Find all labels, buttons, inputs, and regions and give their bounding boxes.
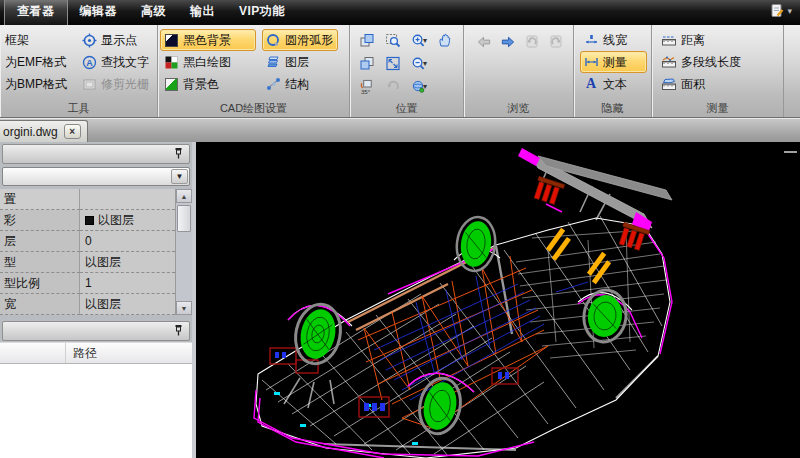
zoom-window-button[interactable] [385, 33, 401, 48]
background-color-icon [163, 77, 179, 92]
files-list[interactable] [0, 364, 192, 458]
group-label-browse: 浏览 [464, 101, 573, 117]
property-grid: 置 彩 以图层 层 0 型 以图层 型比例 1 [0, 189, 192, 315]
document-tab[interactable]: orgini.dwg × [0, 120, 88, 142]
to-bmp-button[interactable]: 为BMP格式 [2, 73, 72, 95]
structure-button[interactable]: 结构 [262, 73, 338, 95]
find-text-button[interactable]: A 查找文字 [78, 51, 154, 73]
scroll-down-icon[interactable]: ▼ [176, 301, 192, 315]
group-label-hide: 隐藏 [574, 101, 651, 117]
back-arrow-button[interactable] [476, 34, 492, 49]
layers-icon [265, 55, 281, 70]
zoom-out-button[interactable]: ▾ [411, 56, 427, 71]
car-body-wireframe [256, 152, 797, 458]
quick-edit-button[interactable]: ▾ [769, 3, 792, 18]
wheel-rear-near [415, 374, 466, 437]
ribbon-group-position: ▾ [350, 25, 464, 117]
property-row: 置 [0, 189, 175, 210]
scrollbar-vertical[interactable]: ▲ ▼ [175, 189, 192, 315]
drawing-canvas[interactable] [196, 142, 800, 458]
polyline-length-icon [661, 55, 677, 70]
property-row: 层 0 [0, 231, 175, 252]
orbit-3d-button[interactable]: ▾ [411, 79, 427, 94]
text-button[interactable]: A 文本 [580, 73, 647, 95]
background-color-button[interactable]: 背景色 [160, 73, 256, 95]
menu-tab-output[interactable]: 输出 [178, 0, 227, 25]
ribbon-group-cad-settings: 黑色背景 黑白绘图 背景色 [158, 25, 350, 117]
pan-button[interactable] [437, 33, 453, 48]
wireframe-car [196, 142, 800, 458]
properties-panel-titlebar [2, 144, 190, 164]
rear-deck-mesh [516, 230, 666, 358]
svg-text:A: A [86, 58, 93, 68]
menu-tab-editor[interactable]: 编辑器 [68, 0, 130, 25]
menu-bar: 查看器 编辑器 高级 输出 VIP功能 ▾ [0, 0, 800, 25]
bw-drawing-button[interactable]: 黑白绘图 [160, 51, 256, 73]
ribbon-group-browse: 浏览 [464, 25, 574, 117]
document-tab-strip: orgini.dwg × [0, 118, 800, 142]
property-row: 彩 以图层 [0, 210, 175, 231]
zoom-in-button[interactable]: ▾ [411, 33, 427, 48]
trim-raster-button[interactable]: 修剪光栅 [78, 73, 154, 95]
selection-combobox[interactable]: ▼ [2, 167, 190, 186]
group-label-tools: 工具 [0, 101, 157, 117]
smooth-arc-icon [265, 33, 281, 48]
area-button[interactable]: 面积 [658, 73, 779, 95]
redo-view-button[interactable] [548, 34, 564, 49]
files-column-blank [0, 343, 66, 363]
scroll-up-icon[interactable]: ▲ [176, 189, 192, 203]
frame-button[interactable]: 框架 [2, 29, 72, 51]
close-icon[interactable]: × [64, 124, 81, 139]
property-row: 宽 以图层 [0, 294, 175, 315]
left-panel: ▼ 置 彩 以图层 层 0 型 以图层 [0, 142, 196, 458]
line-width-button[interactable]: 线宽 [580, 29, 647, 51]
black-background-toggle[interactable]: 黑色背景 [160, 29, 256, 51]
pin-icon[interactable] [174, 147, 183, 162]
smooth-arc-toggle[interactable]: 圆滑弧形 [262, 29, 338, 51]
pin-icon[interactable] [174, 324, 183, 339]
undo-view-button[interactable] [524, 34, 540, 49]
document-tab-title: orgini.dwg [3, 125, 58, 139]
bring-forward-button[interactable] [359, 33, 375, 48]
rotate-35-button[interactable]: 35° [359, 79, 375, 94]
group-label-cad-settings: CAD绘图设置 [158, 101, 349, 117]
chevron-down-icon[interactable]: ▼ [171, 169, 188, 184]
polyline-length-button[interactable]: 多段线长度 [658, 51, 779, 73]
measure-toggle[interactable]: 测量 [580, 51, 647, 73]
bw-drawing-icon [163, 55, 179, 70]
send-backward-button[interactable] [359, 56, 375, 71]
chevron-down-icon: ▾ [787, 6, 792, 16]
ribbon: 框架 为EMF格式 为BMP格式 [0, 25, 800, 118]
ribbon-group-measure: 距离 多段线长度 面积 [652, 25, 784, 117]
rotate-back-button[interactable] [385, 79, 401, 94]
group-label-position: 位置 [350, 101, 463, 117]
area-icon [661, 77, 677, 92]
distance-button[interactable]: 距离 [658, 29, 779, 51]
show-point-button[interactable]: 显示点 [78, 29, 154, 51]
ribbon-group-hide: 线宽 测量 A 文本 隐藏 [574, 25, 652, 117]
menu-tab-viewer[interactable]: 查看器 [4, 0, 68, 25]
scrollbar-thumb[interactable] [177, 205, 191, 232]
trim-raster-icon [81, 77, 97, 92]
black-background-icon [163, 33, 179, 48]
ribbon-group-tools: 框架 为EMF格式 为BMP格式 [0, 25, 158, 117]
display-point-icon [81, 33, 97, 48]
to-emf-button[interactable]: 为EMF格式 [2, 51, 72, 73]
find-text-icon: A [81, 55, 97, 70]
layers-button[interactable]: 图层 [262, 51, 338, 73]
files-column-path: 路径 [66, 345, 97, 362]
color-swatch [85, 216, 94, 225]
group-label-measure: 测量 [652, 101, 783, 117]
line-width-icon [583, 33, 599, 48]
wheels [290, 215, 629, 438]
menu-tab-vip[interactable]: VIP功能 [227, 0, 297, 25]
chevron-down-icon: ▾ [423, 59, 427, 68]
rotate-35-label: 35° [361, 87, 371, 94]
chevron-down-icon: ▾ [423, 82, 427, 91]
zoom-extents-button[interactable] [385, 56, 401, 71]
forward-arrow-button[interactable] [500, 34, 516, 49]
menu-tab-advanced[interactable]: 高级 [129, 0, 178, 25]
property-row: 型比例 1 [0, 273, 175, 294]
files-panel-titlebar [2, 321, 190, 341]
files-table-header: 路径 [0, 342, 192, 364]
